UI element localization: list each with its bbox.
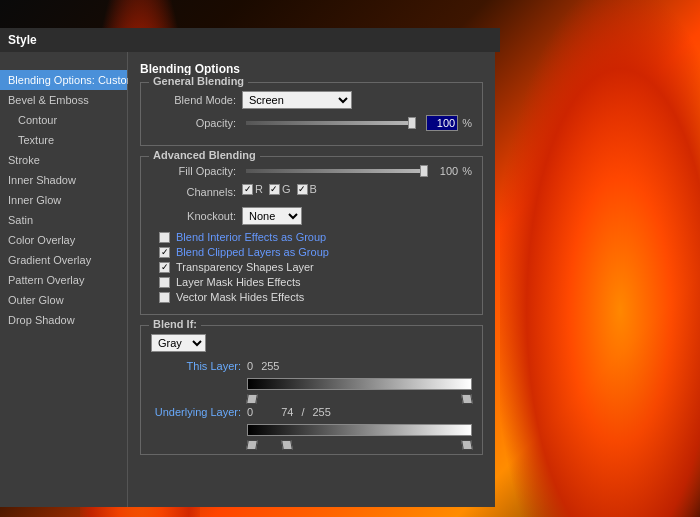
blend-mode-label: Blend Mode:	[151, 94, 236, 106]
blend-interior-checkbox[interactable]	[159, 232, 170, 243]
opacity-slider-thumb[interactable]	[408, 117, 416, 129]
advanced-blending-group: Advanced Blending Fill Opacity: 100 % Ch…	[140, 156, 483, 315]
fire-right	[500, 0, 700, 517]
layer-mask-hides-row: Layer Mask Hides Effects	[159, 276, 472, 288]
blend-if-section: Blend If: Gray Red Green Blue This Layer…	[140, 325, 483, 455]
sidebar-item-satin[interactable]: Satin	[0, 210, 127, 230]
advanced-checkboxes: Blend Interior Effects as Group Blend Cl…	[151, 231, 472, 303]
layer-mask-hides-label: Layer Mask Hides Effects	[176, 276, 301, 288]
vector-mask-hides-label: Vector Mask Hides Effects	[176, 291, 304, 303]
underlying-layer-slider-area	[151, 420, 472, 446]
advanced-blending-label: Advanced Blending	[149, 149, 260, 161]
general-blending-group: General Blending Blend Mode: Screen Norm…	[140, 82, 483, 146]
underlying-layer-values: 0 74 / 255	[247, 406, 331, 418]
knockout-row: Knockout: None Shallow Deep	[151, 207, 472, 225]
channel-r-container: R	[242, 183, 263, 195]
fill-opacity-percent: %	[462, 165, 472, 177]
opacity-value-input[interactable]	[426, 115, 458, 131]
underlying-layer-min: 0	[247, 406, 253, 418]
sidebar: Blending Options: Custom Bevel & Emboss …	[0, 52, 128, 507]
dialog-title: Style	[8, 33, 37, 47]
layer-mask-hides-checkbox[interactable]	[159, 277, 170, 288]
transparency-shapes-label: Transparency Shapes Layer	[176, 261, 314, 273]
channel-g-checkbox[interactable]	[269, 184, 280, 195]
sidebar-item-blending-options[interactable]: Blending Options: Custom	[0, 70, 127, 90]
knockout-select[interactable]: None Shallow Deep	[242, 207, 302, 225]
underlying-layer-label: Underlying Layer:	[151, 406, 241, 418]
blend-mode-row: Blend Mode: Screen Normal Multiply Overl…	[151, 91, 472, 109]
opacity-row: Opacity: %	[151, 115, 472, 131]
sidebar-item-bevel-emboss[interactable]: Bevel & Emboss	[0, 90, 127, 110]
section-title: Blending Options	[140, 62, 483, 76]
this-layer-min: 0	[247, 360, 253, 372]
blend-clipped-checkbox[interactable]	[159, 247, 170, 258]
sidebar-item-pattern-overlay[interactable]: Pattern Overlay	[0, 270, 127, 290]
this-layer-handle-right[interactable]	[461, 394, 473, 404]
channel-b-container: B	[297, 183, 317, 195]
channels-row: Channels: R G B	[151, 183, 472, 201]
sidebar-item-drop-shadow[interactable]: Drop Shadow	[0, 310, 127, 330]
opacity-slider-track[interactable]	[246, 121, 416, 125]
channel-b-label: B	[310, 183, 317, 195]
channels-label: Channels:	[151, 186, 236, 198]
general-blending-label: General Blending	[149, 75, 248, 87]
this-layer-slider-track[interactable]	[247, 378, 472, 390]
channel-g-label: G	[282, 183, 291, 195]
underlying-layer-separator: /	[301, 406, 304, 418]
underlying-handle-right[interactable]	[461, 440, 473, 450]
this-layer-slider-area	[151, 374, 472, 400]
blend-clipped-label: Blend Clipped Layers as Group	[176, 246, 329, 258]
opacity-label: Opacity:	[151, 117, 236, 129]
blend-clipped-row: Blend Clipped Layers as Group	[159, 246, 472, 258]
underlying-layer-mid: 74	[281, 406, 293, 418]
this-layer-handle-left[interactable]	[246, 394, 258, 404]
underlying-handle-mid-left[interactable]	[281, 440, 293, 450]
sidebar-item-outer-glow[interactable]: Outer Glow	[0, 290, 127, 310]
sidebar-item-inner-glow[interactable]: Inner Glow	[0, 190, 127, 210]
sidebar-item-stroke[interactable]: Stroke	[0, 150, 127, 170]
channel-r-label: R	[255, 183, 263, 195]
transparency-shapes-row: Transparency Shapes Layer	[159, 261, 472, 273]
blend-mode-select[interactable]: Screen Normal Multiply Overlay	[242, 91, 352, 109]
vector-mask-hides-checkbox[interactable]	[159, 292, 170, 303]
main-content: Blending Options General Blending Blend …	[128, 52, 495, 507]
channel-b-checkbox[interactable]	[297, 184, 308, 195]
blend-mode-select-container[interactable]: Screen Normal Multiply Overlay	[242, 91, 352, 109]
style-dialog: Blending Options: Custom Bevel & Emboss …	[0, 52, 495, 507]
sidebar-item-gradient-overlay[interactable]: Gradient Overlay	[0, 250, 127, 270]
fill-opacity-value: 100	[440, 165, 458, 177]
blend-if-row: Gray Red Green Blue	[151, 334, 472, 352]
sidebar-item-contour[interactable]: Contour	[0, 110, 127, 130]
blend-if-static-label: Blend If:	[149, 318, 201, 330]
underlying-layer-max: 255	[312, 406, 330, 418]
channel-r-checkbox[interactable]	[242, 184, 253, 195]
sidebar-item-empty	[0, 56, 127, 70]
vector-mask-hides-row: Vector Mask Hides Effects	[159, 291, 472, 303]
blend-if-select[interactable]: Gray Red Green Blue	[151, 334, 206, 352]
this-layer-values: 0 255	[247, 360, 279, 372]
underlying-layer-row: Underlying Layer: 0 74 / 255	[151, 406, 472, 418]
blend-interior-label: Blend Interior Effects as Group	[176, 231, 326, 243]
channel-g-container: G	[269, 183, 291, 195]
this-layer-label: This Layer:	[151, 360, 241, 372]
this-layer-row: This Layer: 0 255	[151, 360, 472, 372]
sidebar-item-color-overlay[interactable]: Color Overlay	[0, 230, 127, 250]
sidebar-item-inner-shadow[interactable]: Inner Shadow	[0, 170, 127, 190]
fill-opacity-label: Fill Opacity:	[151, 165, 236, 177]
fill-opacity-slider-container: 100 %	[242, 165, 472, 177]
blend-interior-row: Blend Interior Effects as Group	[159, 231, 472, 243]
fill-opacity-thumb[interactable]	[420, 165, 428, 177]
opacity-slider-container: %	[242, 115, 472, 131]
underlying-layer-slider-track[interactable]	[247, 424, 472, 436]
transparency-shapes-checkbox[interactable]	[159, 262, 170, 273]
sidebar-item-texture[interactable]: Texture	[0, 130, 127, 150]
dialog-title-bar: Style	[0, 28, 500, 52]
channels-checkboxes: R G B	[242, 183, 323, 195]
fill-opacity-row: Fill Opacity: 100 %	[151, 165, 472, 177]
underlying-handle-left[interactable]	[246, 440, 258, 450]
this-layer-max: 255	[261, 360, 279, 372]
fill-opacity-slider-track[interactable]	[246, 169, 428, 173]
knockout-label: Knockout:	[151, 210, 236, 222]
opacity-percent: %	[462, 117, 472, 129]
